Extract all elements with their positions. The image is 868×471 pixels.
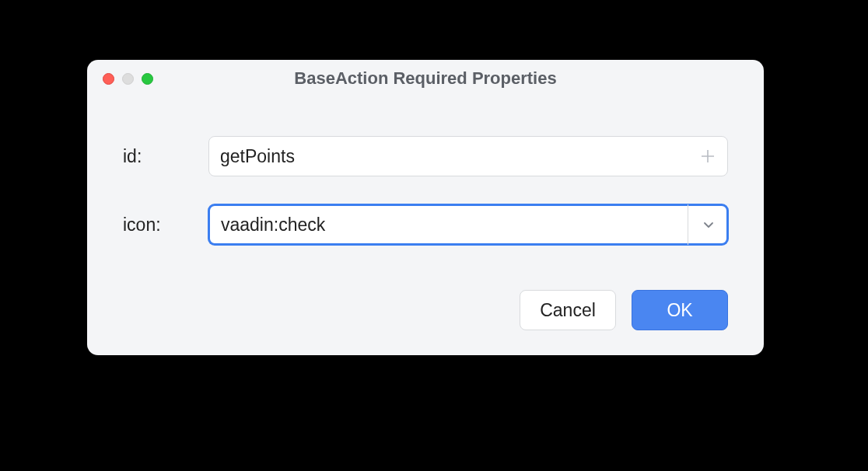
plus-icon: [700, 148, 716, 164]
id-input-wrap: [208, 136, 728, 176]
window-controls: [103, 73, 153, 85]
form-area: id: icon:: [87, 97, 764, 245]
icon-dropdown-button[interactable]: [688, 204, 728, 245]
dialog-window: BaseAction Required Properties id: icon:: [87, 60, 764, 355]
id-input[interactable]: [208, 136, 728, 176]
id-label: id:: [123, 146, 208, 167]
close-icon[interactable]: [103, 73, 114, 85]
id-add-button[interactable]: [688, 136, 728, 176]
icon-input[interactable]: [208, 204, 728, 245]
dialog-buttons: Cancel OK: [520, 290, 728, 330]
minimize-icon: [122, 73, 134, 85]
cancel-button[interactable]: Cancel: [520, 290, 616, 330]
dialog-title: BaseAction Required Properties: [87, 68, 764, 89]
id-row: id:: [123, 136, 728, 176]
icon-input-wrap: [208, 204, 728, 245]
icon-label: icon:: [123, 215, 208, 236]
titlebar: BaseAction Required Properties: [87, 60, 764, 97]
icon-row: icon:: [123, 204, 728, 245]
zoom-icon[interactable]: [142, 73, 153, 85]
chevron-down-icon: [702, 218, 715, 231]
ok-button[interactable]: OK: [632, 290, 728, 330]
